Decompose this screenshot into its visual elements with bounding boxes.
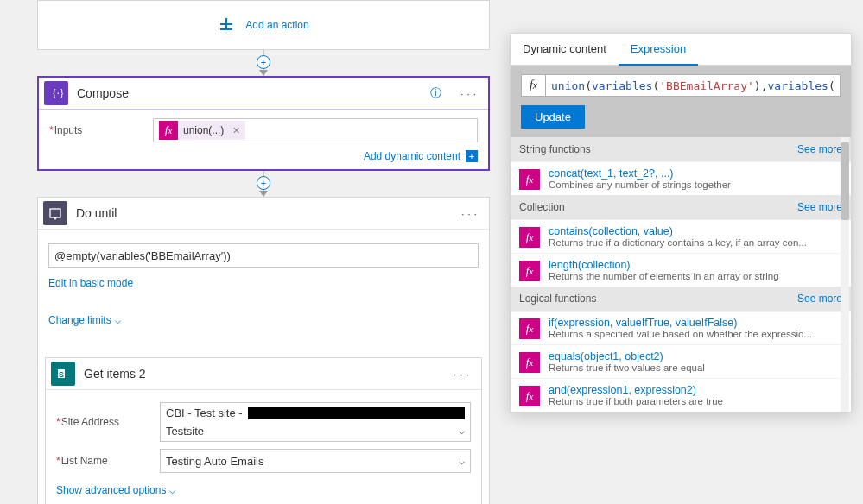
function-list: String functions See more fx concat(text… (511, 137, 851, 412)
see-more-link[interactable]: See more (797, 201, 842, 213)
compose-more-icon[interactable]: · · · (455, 87, 481, 100)
loop-icon (43, 201, 67, 225)
expression-input[interactable]: union(variables('BBEmailArray'),variable… (545, 74, 841, 97)
get-items-title: Get items 2 (84, 367, 440, 381)
expr-var: variables (592, 79, 652, 92)
fn-description: Returns the number of elements in an arr… (549, 271, 779, 281)
svg-rect-2 (220, 28, 232, 30)
fx-icon: fx (519, 261, 540, 281)
add-action-card[interactable]: Add an action (37, 0, 490, 50)
change-limits-link[interactable]: Change limits ⌵ (48, 314, 121, 326)
fn-length[interactable]: fx length(collection) Returns the number… (511, 253, 851, 287)
expr-paren: ), (754, 79, 768, 92)
add-dynamic-content-link[interactable]: Add dynamic content (364, 150, 460, 162)
info-icon[interactable]: ⓘ (425, 85, 447, 101)
expression-token[interactable]: fx union(...) ✕ (159, 121, 245, 140)
fn-signature: and(expression1, expression2) (549, 384, 723, 396)
compose-card: {·} Compose ⓘ · · · Inputs fx union(...)… (37, 76, 490, 171)
token-remove-icon[interactable]: ✕ (229, 125, 240, 136)
chevron-down-icon: ⌵ (169, 484, 175, 496)
chevron-down-icon: ⌵ (454, 425, 465, 437)
do-until-condition-text: @empty(variables('BBEmailArray')) (54, 249, 473, 262)
fn-and[interactable]: fx and(expression1, expression2) Returns… (511, 378, 851, 412)
compose-icon: {·} (44, 81, 68, 105)
do-until-title: Do until (76, 206, 447, 220)
scroll-thumb[interactable] (841, 142, 849, 220)
sharepoint-icon: S (51, 362, 75, 386)
redacted-site-url (248, 407, 465, 419)
edit-basic-mode-link[interactable]: Edit in basic mode (48, 277, 133, 289)
fx-icon: fx (519, 386, 540, 406)
site-address-label: Site Address (56, 416, 160, 428)
get-items-card: S Get items 2 · · · Site Address CBI - T… (45, 357, 482, 504)
fn-signature: concat(text_1, text_2?, ...) (549, 167, 731, 180)
add-action-icon (218, 16, 235, 35)
advanced-options-label: Show advanced options (56, 484, 166, 496)
expr-paren: ( (828, 79, 835, 92)
insert-step-button[interactable]: + (257, 176, 270, 190)
section-label: Collection (519, 201, 565, 213)
fx-icon: fx (521, 74, 545, 97)
fn-concat[interactable]: fx concat(text_1, text_2?, ...) Combines… (511, 161, 851, 195)
fn-equals[interactable]: fx equals(object1, object2) Returns true… (511, 344, 851, 378)
chevron-down-icon: ⌵ (115, 314, 121, 326)
see-more-link[interactable]: See more (797, 293, 842, 305)
expr-var: variables (767, 79, 828, 92)
fn-description: Returns true if a dictionary contains a … (549, 237, 807, 248)
list-name-label: List Name (56, 455, 160, 467)
fn-description: Returns a specified value based on wheth… (549, 329, 812, 339)
insert-step-button[interactable]: + (257, 55, 270, 69)
compose-header[interactable]: {·} Compose ⓘ · · · (39, 78, 488, 109)
expr-string: 'BBEmailArray' (659, 79, 754, 92)
token-label: union(...) (183, 124, 224, 136)
fn-contains[interactable]: fx contains(collection, value) Returns t… (511, 219, 851, 253)
update-button[interactable]: Update (521, 105, 585, 129)
tab-dynamic-content[interactable]: Dynamic content (511, 34, 619, 65)
panel-tabs: Dynamic content Expression (511, 34, 851, 66)
inputs-label: Inputs (49, 124, 153, 136)
site-line2: Testsite (166, 423, 454, 438)
change-limits-label: Change limits (48, 314, 111, 326)
list-name-value: Testing Auto Emails (166, 455, 450, 468)
fn-signature: contains(collection, value) (549, 225, 807, 237)
list-name-dropdown[interactable]: Testing Auto Emails ⌵ (160, 449, 471, 473)
fx-icon: fx (159, 121, 178, 140)
site-address-dropdown[interactable]: CBI - Test site - Testsite ⌵ (160, 402, 471, 442)
do-until-more-icon[interactable]: · · · (456, 207, 482, 220)
svg-rect-4 (50, 209, 60, 217)
compose-title: Compose (77, 86, 416, 100)
flow-canvas: Add an action + {·} Compose ⓘ · · · Inpu… (0, 0, 527, 504)
fx-icon: fx (519, 318, 540, 339)
section-label: Logical functions (519, 293, 596, 305)
add-dynamic-plus-icon[interactable]: + (466, 150, 478, 162)
fn-description: Combines any number of strings together (549, 180, 731, 190)
section-collection: Collection See more (511, 195, 851, 219)
fx-icon: fx (519, 227, 540, 248)
section-string-functions: String functions See more (511, 137, 851, 161)
svg-text:{·}: {·} (52, 87, 63, 99)
do-until-card: Do until · · · @empty(variables('BBEmail… (37, 197, 490, 504)
add-action-label: Add an action (245, 19, 308, 31)
fn-description: Returns true if two values are equal (549, 362, 705, 373)
tab-expression[interactable]: Expression (619, 34, 698, 66)
svg-rect-1 (225, 18, 227, 30)
site-prefix: CBI - Test site - (166, 406, 243, 419)
get-items-more-icon[interactable]: · · · (448, 368, 474, 381)
expr-paren: ( (585, 79, 592, 92)
do-until-condition-input[interactable]: @empty(variables('BBEmailArray')) (48, 243, 479, 268)
compose-inputs-field[interactable]: fx union(...) ✕ (153, 118, 478, 142)
svg-text:S: S (59, 370, 64, 379)
connector: + (37, 50, 490, 76)
section-label: String functions (519, 143, 591, 155)
section-logical: Logical functions See more (511, 287, 851, 311)
fn-if[interactable]: fx if(expression, valueIfTrue, valueIfFa… (511, 311, 851, 344)
see-more-link[interactable]: See more (797, 143, 842, 155)
do-until-header[interactable]: Do until · · · (38, 198, 489, 229)
show-advanced-options-link[interactable]: Show advanced options ⌵ (56, 484, 175, 496)
get-items-header[interactable]: S Get items 2 · · · (46, 358, 481, 389)
expr-paren: ( (652, 79, 659, 92)
fn-description: Returns true if both parameters are true (549, 396, 723, 406)
expr-fn: union (551, 79, 585, 92)
connector: + (37, 171, 490, 197)
fn-signature: if(expression, valueIfTrue, valueIfFalse… (549, 317, 812, 329)
